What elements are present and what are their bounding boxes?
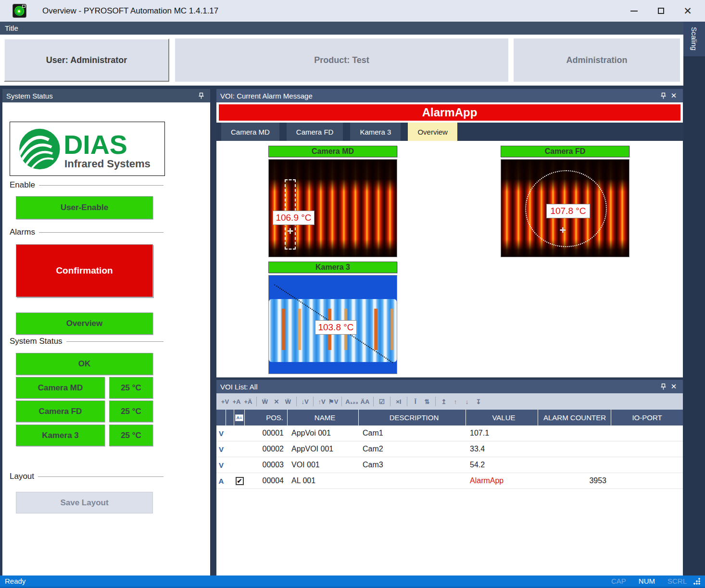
voi-overview-content: Camera MD 106.9 °C ✛ Camera FD 107.8 °C … — [216, 141, 683, 377]
kamera-3-status-button[interactable]: Kamera 3 — [16, 425, 105, 446]
row-checkbox-cell: ✔ — [234, 473, 245, 488]
status-ready-text: Ready — [5, 577, 599, 585]
import-voi-icon[interactable]: ↓V — [299, 395, 311, 408]
pin-icon[interactable] — [658, 381, 668, 392]
row-checkbox[interactable]: ✔ — [236, 477, 244, 485]
camera-md-view-title: Camera MD — [268, 146, 397, 157]
col-name[interactable]: NAME — [288, 410, 359, 425]
system-status-panel: System Status DIAS Infrared Systems Enab… — [2, 89, 210, 575]
product-button[interactable]: Product: Test — [175, 38, 508, 82]
close-icon[interactable]: ✕ — [668, 90, 679, 101]
delete-values-icon[interactable]: ×I — [393, 395, 404, 408]
voi-toolbar: +V+A+ÄẄ✕Ẅ↓V↑V⚑VA₁₂₃ÄA☑×IĪ⇅↥↑↓↧ — [216, 393, 683, 410]
kamera-3-thermal-image[interactable]: 103.8 °C — [268, 275, 397, 374]
renumber-voi-icon[interactable]: A₁₂₃ — [344, 395, 359, 408]
table-cell: A — [216, 473, 226, 488]
align-vertical-icon[interactable]: Ī — [410, 395, 421, 408]
table-cell: AL 001 — [288, 473, 359, 488]
close-icon: ✕ — [683, 6, 692, 16]
add-alarm-special-icon[interactable]: +Ä — [242, 395, 254, 408]
dias-logo-text: DIAS — [63, 129, 127, 159]
close-icon[interactable]: ✕ — [668, 381, 679, 392]
toolbar-separator — [435, 397, 436, 406]
system-status-label: System Status — [10, 337, 63, 346]
table-row[interactable]: A✔00004AL 001AlarmApp3953 — [216, 473, 683, 489]
maximize-button[interactable] — [647, 0, 674, 22]
kamera-3-temp: 25 °C — [109, 425, 153, 446]
camera-md-status-button[interactable]: Camera MD — [16, 377, 105, 399]
voi-table-header: A≡ POS. NAME DESCRIPTION VALUE ALARM COU… — [216, 410, 683, 425]
save-layout-button[interactable]: Save Layout — [16, 492, 153, 513]
row-checkbox-cell — [234, 457, 245, 473]
move-up-icon[interactable]: ↑ — [450, 395, 461, 408]
user-button[interactable]: User: Administrator — [4, 38, 169, 82]
window-title: Overview - PYROSOFT Automation MC 1.4.1.… — [42, 6, 218, 16]
camera-md-temp-label: 106.9 °C — [273, 211, 315, 225]
tab-overview[interactable]: Overview — [408, 123, 457, 141]
add-voi-icon[interactable]: +V — [219, 395, 231, 408]
pin-icon[interactable] — [658, 90, 668, 101]
minimize-icon — [630, 11, 638, 12]
table-cell: Cam3 — [359, 457, 466, 473]
table-cell: Cam1 — [359, 425, 466, 441]
table-cell — [226, 441, 234, 457]
alarms-label: Alarms — [10, 227, 35, 237]
overview-button[interactable]: Overview — [16, 313, 153, 335]
camera-fd-view: Camera FD 107.8 °C ✛ — [501, 146, 629, 257]
move-down-icon[interactable]: ↓ — [461, 395, 473, 408]
maximize-icon — [658, 8, 664, 14]
col-description[interactable]: DESCRIPTION — [359, 410, 466, 425]
pin-icon[interactable] — [196, 90, 206, 101]
table-cell — [538, 425, 611, 441]
camera-md-temp: 25 °C — [109, 377, 153, 399]
num-lock-indicator: NUM — [639, 577, 655, 585]
col-label-icon[interactable]: A≡ — [234, 410, 245, 425]
col-io-port[interactable]: IO-PORT — [611, 410, 683, 425]
camera-fd-status-button[interactable]: Camera FD — [16, 400, 105, 422]
move-bottom-icon[interactable]: ↧ — [473, 395, 484, 408]
add-alarm-icon[interactable]: +A — [231, 395, 242, 408]
rename-voi-icon[interactable]: ÄA — [359, 395, 371, 408]
table-cell: V — [216, 425, 226, 441]
user-enable-button[interactable]: User-Enable — [16, 196, 153, 219]
edit-voi-icon[interactable]: Ẅ — [259, 395, 271, 408]
voi-flag-icon[interactable]: ⚑V — [327, 395, 339, 408]
scaling-dock-tab[interactable]: Scaling — [683, 22, 705, 56]
col-value[interactable]: VALUE — [466, 410, 538, 425]
camera-md-view: Camera MD 106.9 °C ✛ — [268, 146, 397, 257]
ok-status-button[interactable]: OK — [16, 353, 153, 375]
delete-voi-icon[interactable]: ✕ — [271, 395, 282, 408]
camera-fd-thermal-image[interactable]: 107.8 °C ✛ — [501, 159, 629, 257]
row-checkbox-cell — [234, 425, 245, 441]
camera-fd-view-title: Camera FD — [501, 146, 629, 157]
table-cell: VOI 001 — [288, 457, 359, 473]
camera-md-thermal-image[interactable]: 106.9 °C ✛ — [268, 159, 397, 257]
toolbar-separator — [296, 397, 297, 406]
table-row[interactable]: V00001AppVoi 001Cam1107.1 — [216, 425, 683, 441]
tab-camera-fd[interactable]: Camera FD — [287, 123, 343, 141]
close-button[interactable]: ✕ — [674, 0, 701, 22]
resize-grip[interactable] — [693, 578, 700, 585]
distribute-vertical-icon[interactable]: ⇅ — [421, 395, 433, 408]
voi-alarm-panel: VOI: Current Alarm Message ✕ AlarmApp Ca… — [216, 89, 683, 377]
edit-all-voi-icon[interactable]: Ẅ — [282, 395, 294, 408]
table-cell: 3953 — [538, 473, 611, 488]
minimize-button[interactable] — [620, 0, 647, 22]
administration-button[interactable]: Administration — [514, 38, 680, 82]
table-row[interactable]: V00002AppVOI 001Cam233.4 — [216, 441, 683, 457]
confirmation-button[interactable]: Confirmation — [16, 244, 153, 297]
check-settings-icon[interactable]: ☑ — [376, 395, 388, 408]
camera-fd-temp: 25 °C — [109, 400, 153, 422]
col-alarm-counter[interactable]: ALARM COUNTER — [538, 410, 611, 425]
voi-panel-title: VOI: Current Alarm Message — [220, 92, 658, 100]
enable-label: Enable — [10, 180, 35, 190]
col-type[interactable] — [216, 410, 226, 425]
table-cell: 00003 — [245, 457, 288, 473]
move-top-icon[interactable]: ↥ — [438, 395, 450, 408]
tab-kamera-3[interactable]: Kamera 3 — [350, 123, 401, 141]
export-voi-icon[interactable]: ↑V — [316, 395, 327, 408]
table-row[interactable]: V00003VOI 001Cam354.2 — [216, 457, 683, 473]
tab-camera-md[interactable]: Camera MD — [221, 123, 279, 141]
col-blank[interactable] — [226, 410, 234, 425]
col-pos[interactable]: POS. — [245, 410, 288, 425]
